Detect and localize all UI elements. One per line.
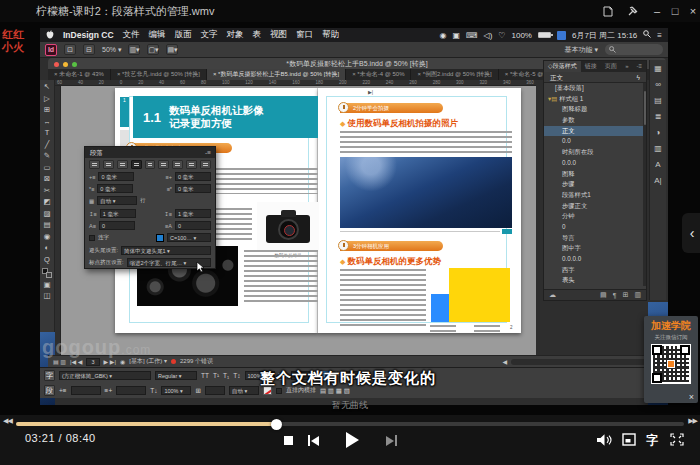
align-left-button — [89, 160, 100, 169]
style-list-item: ▾▤图释 — [544, 169, 646, 180]
popout-icon[interactable] — [600, 3, 616, 19]
mouse-cursor — [196, 259, 205, 277]
drop-cap-lines-field: 0 — [99, 221, 135, 230]
ruler-tick: 60 — [57, 80, 62, 85]
gradient-panel-icon: ◑ — [656, 128, 661, 137]
seek-forward-icon[interactable]: ▶▶ — [688, 417, 697, 425]
style-list-item: ▾▤时刻所在段 — [544, 147, 646, 158]
ruler-tick: 320 — [480, 80, 488, 85]
close-button[interactable]: × — [685, 3, 700, 19]
player-window: 柠檬糖-课时2：段落样式的管理.wmv – □ × 红红小火 InDesign … — [0, 0, 700, 465]
ruler-tick: 360 — [526, 80, 534, 85]
selection-tool-icon: ↖ — [44, 82, 50, 92]
grid-icon: ⊞ — [195, 387, 200, 395]
document-tab: × *未命名-4 @ 50% — [346, 69, 411, 80]
minimize-traffic-light — [63, 62, 68, 67]
gradient-tool-icon: ◩ — [43, 197, 50, 207]
stock-button: ⊟ — [83, 44, 95, 55]
play-button[interactable] — [346, 432, 359, 448]
stop-button[interactable] — [284, 436, 293, 445]
caption-tag — [502, 229, 512, 234]
battery-percent: 100% — [511, 31, 531, 40]
ribbon-2min: 2分钟学会拍摄 — [340, 103, 443, 113]
baseline-icon: T↓ — [150, 387, 157, 394]
body-text-lines — [244, 250, 318, 302]
ruler-tick: 260 — [409, 80, 417, 85]
space-before-field: 1 毫米 — [100, 209, 136, 218]
error-dot-icon — [171, 359, 176, 364]
gradient-feather-tool-icon: ▨ — [43, 209, 50, 219]
prev-overlay-button[interactable]: ‹ — [682, 213, 700, 253]
qr-code — [651, 344, 691, 384]
maximize-button[interactable]: □ — [667, 3, 683, 19]
last-line-indent-icon: ≡* — [167, 186, 172, 192]
ruler-tick: 120 — [245, 80, 253, 85]
links-panel-icon: ∞ — [655, 80, 661, 89]
style-list-item: ▾▤步骤正文 — [544, 201, 646, 212]
minimize-button[interactable]: – — [649, 3, 665, 19]
ruler-tick: 300 — [456, 80, 464, 85]
ribbon-3min: 3分钟相机应用 — [340, 241, 443, 251]
tools-panel: ↖▷⊞↔T╱✎▭⊠✂◩▨▤◉◐Q ▣ ◫ — [40, 80, 55, 332]
drop-cap-chars-field: 0 — [175, 221, 211, 230]
workspace-switcher: 基本功能 ▾ — [565, 45, 598, 55]
ruler-tick: 80 — [201, 80, 206, 85]
panel-dock: ▦∞▤≣◑▥AA| — [649, 60, 666, 300]
swatches-panel-icon: ▦ — [654, 64, 662, 73]
hand-tool-icon: ◐ — [45, 243, 50, 253]
ruler-tick: 240 — [386, 80, 394, 85]
paragraph-panel-float: 段落-≡ +≡ 0 毫米 ≡+ 0 毫米 *≡ 0 毫米 ≡* 0 毫米 ▦ 自… — [84, 146, 216, 269]
qr-close-button[interactable]: × — [689, 392, 694, 402]
style-list-item: ▾▤参数 — [544, 115, 646, 126]
page-nav-icons: ▤ ▥ — [53, 358, 66, 365]
watermark: gogoup.com — [42, 336, 151, 359]
style-list-item: ▾▤图释标题 — [544, 104, 646, 115]
fullscreen-button[interactable] — [670, 433, 684, 446]
hyphenate-checkbox — [89, 235, 95, 241]
horizontal-scale-field: 100% ▾ — [161, 386, 191, 395]
zoom-level-select: 50% ▾ — [102, 46, 121, 54]
progress-bar[interactable] — [16, 422, 684, 426]
normal-view-icon: ▣ — [43, 280, 50, 290]
caption-rule — [340, 231, 500, 232]
bridge-button: ⊡ — [64, 44, 76, 55]
previous-button[interactable] — [308, 435, 319, 446]
justify-last-center-button — [145, 160, 156, 169]
progress-handle[interactable] — [271, 419, 282, 430]
paragraph-panel-header: 段落-≡ — [85, 147, 215, 158]
mini-screen-button[interactable] — [622, 433, 636, 446]
left-indent-field: 0 毫米 — [98, 172, 134, 181]
last-line-indent-field: 0 毫米 — [175, 184, 211, 193]
volume-icon: ◁) — [483, 31, 492, 40]
right-heading-1: ◆使用数码单反相机拍摄的照片 — [340, 118, 458, 130]
style-list-item: ▾▤段落样式1 — [544, 190, 646, 201]
all-caps-icon: TT — [201, 372, 209, 379]
control-center-icon: ≡ — [657, 31, 662, 40]
kinsoku-label: 避头尾设置: — [89, 247, 118, 254]
style-list-item: ▾▤图中字 — [544, 243, 646, 254]
ruler-tick: 40 — [78, 80, 83, 85]
fill-stroke-swatch — [42, 268, 52, 278]
effects-panel-icon: ▥ — [654, 144, 662, 153]
menu-item: 窗口 — [296, 29, 313, 41]
tab-links: 链接 — [581, 61, 601, 72]
first-line-indent-icon: *≡ — [89, 186, 94, 192]
next-button[interactable] — [386, 435, 397, 446]
rectangle-frame-tool-icon: ▭ — [43, 163, 50, 173]
direct-selection-tool-icon: ▷ — [44, 94, 50, 104]
menu-item: 视图 — [270, 29, 287, 41]
seek-back-icon[interactable]: ◀◀ — [3, 417, 12, 425]
pin-icon[interactable] — [624, 3, 640, 19]
preview-mode-icon: ◫ — [43, 291, 50, 301]
battery-icon — [538, 32, 551, 38]
subtitle-button[interactable]: 字 — [646, 432, 658, 449]
menu-item: 编辑 — [149, 29, 166, 41]
bar-chart — [430, 266, 512, 332]
tatechuyoko-checkbox — [276, 388, 282, 394]
volume-button[interactable] — [596, 433, 612, 447]
page-number: 2 — [510, 325, 513, 330]
character-styles-panel-icon: A — [655, 160, 660, 169]
ruler-tick: 140 — [269, 80, 277, 85]
right-indent-field — [116, 386, 146, 395]
danmaku-comment: 红红小火 — [2, 28, 28, 53]
